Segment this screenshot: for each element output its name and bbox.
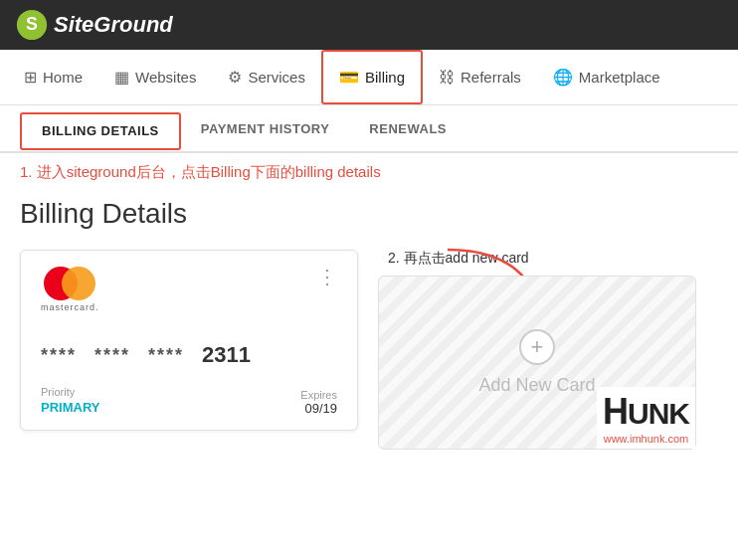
nav-home-label: Home — [43, 69, 83, 86]
add-card-area: 2. 再点击add new card + Add New Card — [378, 250, 718, 450]
card-footer: Priority PRIMARY Expires 09/19 — [41, 386, 337, 416]
nav-websites[interactable]: ▦ Websites — [98, 50, 212, 104]
card-last4: 2311 — [202, 342, 251, 368]
nav-billing[interactable]: 💳 Billing — [321, 50, 423, 104]
mc-label: mastercard. — [41, 302, 99, 312]
card-numbers: **** **** **** 2311 — [41, 342, 337, 368]
watermark-brand: HUNK — [603, 391, 689, 433]
watermark-unk: UNK — [628, 397, 689, 430]
add-new-card-button[interactable]: + Add New Card HUNK www.imhunk.com — [378, 276, 696, 450]
card-expires-label: Expires — [300, 389, 337, 401]
nav-marketplace[interactable]: 🌐 Marketplace — [537, 50, 676, 104]
card-priority-label: Priority — [41, 386, 99, 398]
topbar: S SiteGround — [0, 0, 738, 50]
nav-services[interactable]: ⚙ Services — [212, 50, 321, 104]
subnav-billing-details[interactable]: BILLING DETAILS — [20, 112, 181, 150]
siteground-logo-icon: S — [16, 9, 48, 41]
nav-referrals[interactable]: ⛓ Referrals — [423, 50, 537, 104]
marketplace-icon: 🌐 — [553, 68, 573, 87]
card-header: mastercard. ⋮ — [41, 267, 337, 312]
annotation2: 2. 再点击add new card — [378, 250, 718, 268]
main-content: Billing Details mastercard. ⋮ **** **** … — [0, 188, 738, 469]
nav-referrals-label: Referrals — [461, 69, 521, 86]
logo: S SiteGround — [16, 9, 173, 41]
add-card-label: Add New Card — [478, 375, 595, 396]
credit-card: mastercard. ⋮ **** **** **** 2311 Priori… — [20, 250, 358, 431]
nav-services-label: Services — [248, 69, 305, 86]
logo-text: SiteGround — [54, 12, 173, 38]
add-card-plus-icon: + — [519, 329, 555, 365]
mc-circle-orange — [62, 267, 95, 300]
card-group-2: **** — [94, 345, 130, 366]
websites-icon: ▦ — [114, 68, 129, 87]
nav-marketplace-label: Marketplace — [579, 69, 660, 86]
nav-billing-label: Billing — [365, 69, 405, 86]
watermark-h: H — [603, 391, 628, 432]
card-menu-button[interactable]: ⋮ — [317, 267, 337, 286]
nav-websites-label: Websites — [135, 69, 196, 86]
card-expires: Expires 09/19 — [300, 389, 337, 416]
card-group-3: **** — [148, 345, 184, 366]
subnav-renewals[interactable]: RENEWALS — [349, 107, 466, 153]
cards-area: mastercard. ⋮ **** **** **** 2311 Priori… — [20, 250, 718, 450]
section-title: Billing Details — [20, 198, 718, 230]
card-group-1: **** — [41, 345, 77, 366]
navbar: ⊞ Home ▦ Websites ⚙ Services 💳 Billing ⛓… — [0, 50, 738, 105]
nav-home[interactable]: ⊞ Home — [8, 50, 98, 104]
services-icon: ⚙ — [228, 68, 242, 87]
subnav: BILLING DETAILS PAYMENT HISTORY RENEWALS — [0, 105, 738, 153]
annotation1: 1. 进入siteground后台，点击Billing下面的billing de… — [0, 153, 738, 188]
subnav-payment-history[interactable]: PAYMENT HISTORY — [181, 107, 350, 153]
watermark: HUNK www.imhunk.com — [597, 387, 695, 449]
card-priority-value: PRIMARY — [41, 400, 99, 415]
svg-text:S: S — [26, 14, 38, 34]
billing-icon: 💳 — [339, 68, 359, 87]
watermark-url: www.imhunk.com — [603, 433, 689, 445]
home-icon: ⊞ — [24, 68, 37, 87]
mastercard-logo: mastercard. — [41, 267, 99, 312]
referrals-icon: ⛓ — [439, 69, 455, 87]
mc-circles — [44, 267, 95, 300]
card-priority: Priority PRIMARY — [41, 386, 99, 416]
card-expires-value: 09/19 — [300, 401, 337, 416]
